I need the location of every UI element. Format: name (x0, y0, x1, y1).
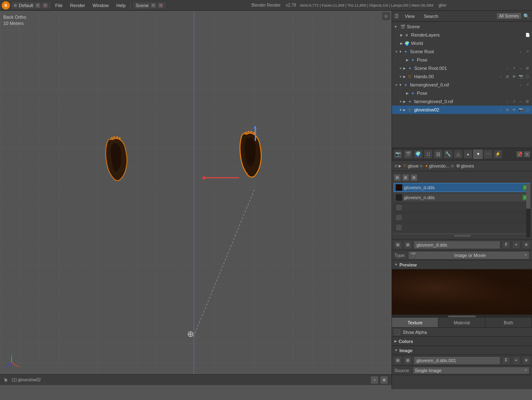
prop-tab-render[interactable]: 📷 (394, 150, 403, 159)
show-alpha-checkbox[interactable] (394, 329, 400, 335)
source-dropdown[interactable]: Single Image ▼ (413, 367, 530, 374)
texture-slot-4[interactable] (394, 213, 530, 222)
tex-remove-btn[interactable]: ✕ (522, 241, 530, 249)
workspace-switcher[interactable]: ⊞ Default + ✕ (11, 1, 51, 10)
texture-slot-3[interactable] (394, 203, 530, 212)
tex-type-icon[interactable]: ⊞ (394, 241, 402, 249)
tree-item-gloveslow02[interactable]: ● ▶ ▽ gloveslow02 ↓ ⊞ 👁 📷 ⬡ (392, 106, 532, 114)
workspace-close[interactable]: ✕ (42, 2, 48, 8)
tree-item-sceneroot001[interactable]: ● ▶ ✦ Scene Root.001 ↓ ↗ ↔ ⊞ (392, 64, 532, 72)
menu-render[interactable]: Render (67, 2, 89, 9)
outliner-search-btn[interactable]: Search (421, 13, 442, 20)
img-remove-btn[interactable]: ✕ (522, 356, 530, 365)
scene-switcher[interactable]: Scene + ✕ (133, 1, 166, 10)
image-section-header[interactable]: ▼ Image ··· (392, 346, 532, 355)
3d-viewport[interactable]: Back Ortho 10 Meters ⊞ (0, 11, 392, 385)
tree-item-pose2[interactable]: ▶ ✦ Pose (392, 89, 532, 97)
prop-tab-particles[interactable]: ⋯ (483, 150, 493, 159)
hands-a1[interactable]: ↓ (498, 74, 504, 79)
prop-tab-data[interactable]: △ (453, 150, 463, 159)
slot-h-thumb (454, 235, 470, 237)
bottom-icon-1[interactable]: ○ (370, 376, 379, 384)
prop-tab-texture[interactable]: ✦ (473, 150, 483, 159)
tree-item-renderlayers[interactable]: ▶ ≡ RenderLayers 📄 (392, 31, 532, 39)
fg2-a3[interactable]: ↔ (518, 99, 524, 104)
type-dropdown[interactable]: 🎬 Image or Movie ▼ (408, 251, 530, 259)
fg2-a1[interactable]: ↓ (505, 99, 510, 104)
sr-action-2[interactable]: ↗ (525, 49, 530, 54)
tex-add-btn[interactable]: + (512, 241, 520, 249)
sr-action-1[interactable]: ↓ (518, 49, 524, 54)
fg2-a4[interactable]: ⊞ (525, 99, 530, 104)
img-icon-1[interactable]: ⊞ (394, 356, 402, 365)
hands-cam[interactable]: 📷 (518, 74, 524, 79)
preview-tab-both[interactable]: Both (485, 318, 532, 327)
viewport-corner-btn[interactable]: ⊞ (382, 12, 390, 20)
prop-tab-physics[interactable]: ⚡ (493, 150, 502, 159)
sr001-a1[interactable]: ↓ (505, 65, 510, 71)
sr001-a4[interactable]: ⊞ (525, 65, 530, 71)
prop-tab-scene[interactable]: 🎬 (404, 150, 413, 159)
sr001-a3[interactable]: ↔ (518, 65, 524, 71)
sr001-a2[interactable]: ↗ (511, 65, 517, 71)
prop-tab-material[interactable]: ● (463, 150, 473, 159)
tree-item-sceneroot[interactable]: ● ▼ ✦ Scene Root ↓ ↗ (392, 47, 532, 56)
breadcrumb-gloves[interactable]: ⊞ gloves (456, 163, 474, 168)
tree-item-pose1[interactable]: ▶ ✦ Pose (392, 56, 532, 64)
tex-icon-2[interactable]: ⊞ (404, 241, 412, 249)
fg-a1[interactable]: ↓ (518, 82, 524, 88)
scene-close[interactable]: ✕ (158, 2, 164, 8)
bc-glove-label: glove (408, 163, 419, 168)
slot-icon-2[interactable]: ⊞ (402, 174, 409, 181)
gs-a1[interactable]: ↓ (498, 107, 504, 113)
hands-render[interactable]: ⬡ (525, 74, 530, 79)
slot-icon-3[interactable]: ⊞ (410, 174, 418, 181)
gs-render[interactable]: ⬡ (525, 107, 530, 113)
all-scenes-btn[interactable]: All Scenes (496, 12, 522, 20)
preview-tab-material[interactable]: Material (438, 318, 485, 327)
tree-item-world[interactable]: ▶ 🌍 World (392, 39, 532, 47)
tree-item-fg2[interactable]: ● ▶ ✦ farmerglovesf_0.nif ↓ ↗ ↔ ⊞ (392, 97, 532, 106)
breadcrumb-gloveslo[interactable]: ● gloveslo... (425, 163, 450, 168)
img-f-btn[interactable]: F (502, 356, 510, 365)
3d-cursor[interactable] (187, 329, 194, 339)
slot-scrollbar[interactable] (526, 184, 530, 237)
img-icon-2[interactable]: ⊞ (404, 356, 412, 365)
editor-type[interactable]: 🖱 (3, 377, 8, 383)
texture-slot-5[interactable] (394, 223, 530, 232)
fg-a2[interactable]: ↗ (525, 82, 530, 88)
hands-eye[interactable]: 👁 (511, 74, 517, 79)
tex-f-btn[interactable]: F (502, 241, 510, 249)
image-name-input[interactable] (414, 356, 500, 365)
prop-pin[interactable]: 📌 (516, 151, 523, 158)
tree-item-hands00[interactable]: ● ▶ ▽ Hands.00 ↓ ⊞ 👁 📷 ⬡ (392, 72, 532, 81)
menu-help[interactable]: Help (113, 2, 129, 9)
breadcrumb-glove[interactable]: ▽ glove (403, 163, 419, 168)
menu-file[interactable]: File (52, 2, 66, 9)
fg2-a2[interactable]: ↗ (511, 99, 517, 104)
outliner-view-btn[interactable]: View (401, 13, 418, 20)
prop-tab-constraints[interactable]: ⛓ (433, 150, 443, 159)
prop-tab-modifier[interactable]: 🔧 (443, 150, 453, 159)
colors-section-header[interactable]: ▶ Colors ··· (392, 337, 532, 346)
menu-window[interactable]: Window (89, 2, 112, 9)
bottom-icon-2[interactable]: ⊕ (380, 376, 388, 384)
workspace-add[interactable]: + (35, 2, 41, 8)
gs-a2[interactable]: ⊞ (505, 107, 510, 113)
tree-item-farmerglovesf[interactable]: ● ▼ ✦ farmerglovesf_0.nif ↓ ↗ (392, 81, 532, 89)
texture-slot-2[interactable]: glovesm_n.dds ✓ (394, 193, 530, 202)
preview-tab-texture[interactable]: Texture (392, 318, 438, 327)
scene-add[interactable]: + (150, 2, 156, 8)
gs-cam[interactable]: 📷 (518, 107, 524, 113)
texture-slot-1[interactable]: glovesm_d.dds ✓ (394, 183, 530, 192)
texture-name-input[interactable] (414, 241, 500, 249)
img-add-btn[interactable]: + (512, 356, 520, 365)
tree-item-scene[interactable]: ▼ 🎬 Scene (392, 22, 532, 31)
gs-eye[interactable]: 👁 (511, 107, 517, 113)
slot-icon-1[interactable]: ⊞ (394, 174, 401, 181)
hands-a2[interactable]: ⊞ (505, 74, 510, 79)
prop-tab-object[interactable]: ◻ (424, 150, 433, 159)
prop-tab-world[interactable]: 🌍 (414, 150, 423, 159)
preview-section-header[interactable]: ▼ Preview ··· (392, 260, 532, 269)
prop-options[interactable]: ≡ (524, 151, 530, 158)
